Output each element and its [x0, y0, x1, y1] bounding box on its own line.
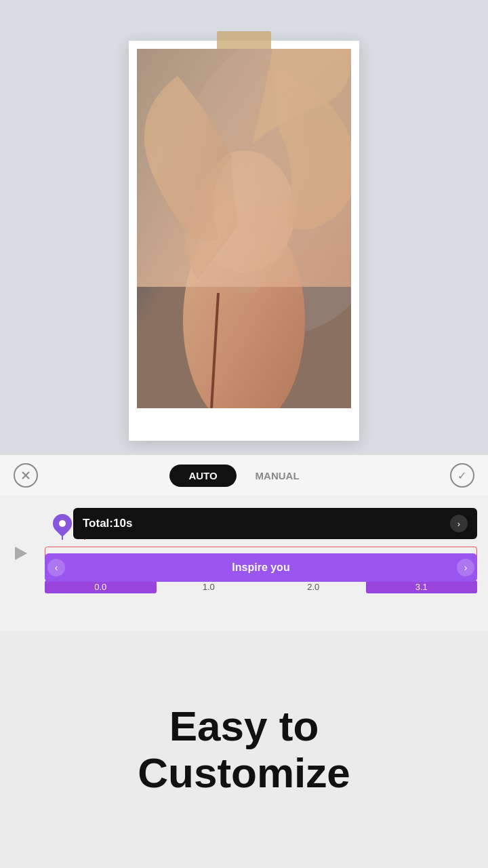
confirm-button[interactable]: ✓: [450, 463, 474, 488]
inspire-track[interactable]: ‹ Inspire you ›: [45, 553, 477, 582]
total-duration-popup: Total:10s ›: [73, 508, 477, 539]
play-icon: [15, 547, 27, 560]
auto-mode-button[interactable]: AUTO: [169, 465, 236, 487]
ruler-mark-2: 2.0: [261, 582, 366, 592]
svg-point-4: [193, 151, 295, 273]
timeline-content: ♪ Total:10s › ‹ Inspire you ›: [38, 502, 477, 599]
polaroid-frame: [129, 41, 359, 441]
bottom-line1: Easy to: [169, 703, 319, 749]
ruler-mark-3: 3.1: [366, 580, 478, 593]
pins-row: ♪ Total:10s ›: [38, 502, 477, 540]
position-pin-head: [49, 510, 76, 537]
editor-panel: AUTO MANUAL ✓ ♪: [0, 454, 488, 631]
polaroid-image: [137, 49, 351, 408]
bottom-section: Easy to Customize: [97, 631, 390, 868]
svg-rect-3: [225, 239, 263, 293]
timeline-area: ♪ Total:10s › ‹ Inspire you ›: [0, 496, 488, 631]
ruler-mark-0: 0.0: [45, 580, 157, 593]
mode-toggle: AUTO MANUAL: [169, 465, 318, 487]
editor-toolbar: AUTO MANUAL ✓: [0, 455, 488, 496]
close-button[interactable]: [14, 463, 38, 488]
position-pin[interactable]: [53, 514, 72, 540]
ruler-mark-1: 1.0: [157, 582, 262, 592]
track-left-arrow[interactable]: ‹: [47, 559, 65, 576]
total-duration-text: Total:10s: [83, 517, 132, 530]
manual-mode-button[interactable]: MANUAL: [237, 465, 319, 487]
svg-point-2: [183, 212, 305, 408]
track-label: Inspire you: [232, 561, 289, 574]
bottom-title: Easy to Customize: [138, 703, 350, 795]
popup-next-button[interactable]: ›: [450, 515, 468, 532]
photo-preview-area: [0, 0, 488, 454]
play-button[interactable]: [11, 543, 31, 564]
bottom-line2: Customize: [138, 749, 350, 796]
photo-svg: [137, 49, 351, 408]
track-right-arrow[interactable]: ›: [457, 559, 474, 576]
